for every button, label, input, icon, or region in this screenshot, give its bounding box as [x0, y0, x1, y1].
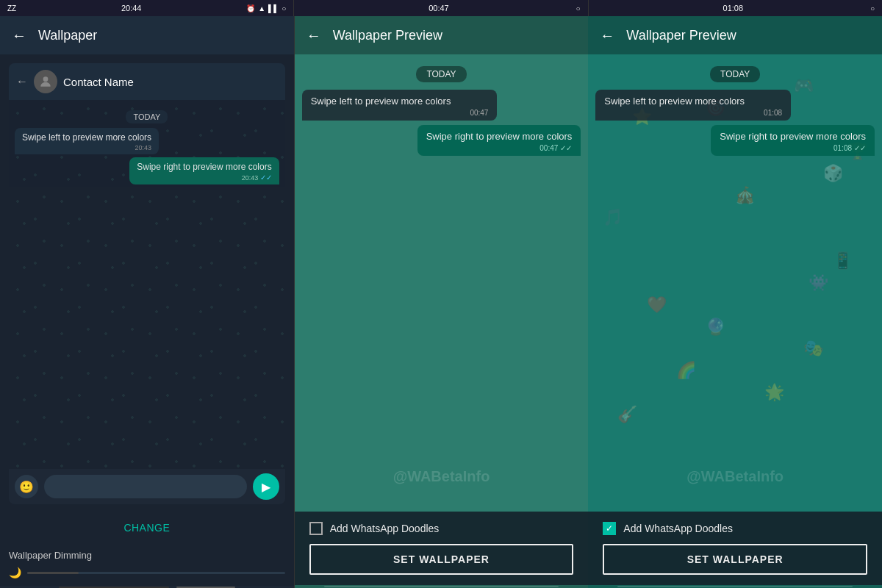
input-bar-preview: 🙂 ▶ — [9, 469, 285, 504]
panel-msg-time-2: 00:47 ✓✓ — [426, 144, 573, 152]
panel-msg-text-3: Swipe left to preview more colors — [604, 96, 745, 107]
status-bar-2: 00:47 ○ — [293, 0, 587, 16]
msg-time-1: 20:43 — [22, 144, 151, 151]
circle-icon: ○ — [282, 4, 286, 12]
circle-icon-3: ○ — [870, 4, 875, 12]
wallpaper-settings-panel: ← Wallpaper ← Contact Name — [0, 16, 295, 588]
messages-container: TODAY Swipe left to preview more colors … — [15, 106, 279, 187]
phone-preview: ← Contact Name TODAY — [9, 63, 285, 504]
status-right-3: ○ — [870, 4, 875, 12]
preview-doodle-appbar: ← Wallpaper Preview — [588, 16, 882, 54]
panel-sent-2: Swipe right to preview more colors 01:08… — [711, 125, 875, 156]
back-arrow-preview-plain[interactable]: ← — [306, 27, 321, 44]
doodles-checkbox-row-2: ✓ Add WhatsApp Doodles — [603, 522, 867, 535]
preview-plain-bottom-controls: Add WhatsApp Doodles SET WALLPAPER — [295, 512, 589, 585]
set-wallpaper-btn-1[interactable]: SET WALLPAPER — [309, 544, 574, 575]
emoji-button[interactable]: 🙂 — [15, 475, 38, 498]
time-3: 01:08 — [723, 4, 744, 12]
panel-msg-time-3: 01:08 — [604, 109, 782, 117]
received-msg-1: Swipe left to preview more colors 20:43 — [15, 128, 159, 154]
contact-avatar — [34, 70, 57, 93]
time-2: 00:47 — [429, 4, 449, 12]
doodles-checkbox-2[interactable]: ✓ — [603, 522, 616, 535]
doodles-label-2: Add WhatsApp Doodles — [623, 523, 733, 534]
dimming-section: Wallpaper Dimming 🌙 — [0, 542, 294, 586]
wifi-icon: ▲ — [258, 4, 265, 12]
msg-text-2: Swipe right to preview more colors — [137, 162, 271, 172]
chat-header-preview: ← Contact Name — [9, 63, 285, 100]
wallpaper-content: ← Contact Name TODAY — [0, 54, 294, 588]
dimming-slider[interactable] — [27, 572, 285, 574]
dimming-label: Wallpaper Dimming — [9, 550, 285, 561]
chat-area-preview: TODAY Swipe left to preview more colors … — [9, 100, 285, 469]
panel-date-chip-1: TODAY — [302, 66, 581, 82]
msg-text-1: Swipe left to preview more colors — [22, 132, 151, 143]
sent-msg-1: Swipe right to preview more colors 20:43… — [129, 157, 279, 184]
back-arrow-preview-doodle[interactable]: ← — [600, 27, 614, 44]
sleep-icon: ZZ — [7, 4, 16, 12]
status-right-2: ○ — [576, 4, 581, 12]
panel-msg-text-4: Swipe right to preview more colors — [720, 131, 866, 142]
panel-check-marks-1: ✓✓ — [560, 144, 572, 152]
dimming-slider-container: 🌙 — [9, 567, 285, 578]
wallpaper-title: Wallpaper — [38, 28, 97, 43]
preview-doodle-title: Wallpaper Preview — [626, 28, 736, 43]
scrollbar-2 — [295, 585, 589, 588]
doodles-checkbox-row-1: Add WhatsApp Doodles — [309, 522, 574, 535]
circle-icon-2: ○ — [576, 4, 581, 12]
preview-doodle-bottom-controls: ✓ Add WhatsApp Doodles SET WALLPAPER — [588, 512, 882, 585]
panel-msg-time-4: 01:08 ✓✓ — [720, 144, 866, 152]
status-left-1: ZZ — [7, 4, 16, 12]
set-wallpaper-btn-2[interactable]: SET WALLPAPER — [603, 544, 867, 575]
contact-name: Contact Name — [63, 76, 134, 88]
preview-doodle-chat: TODAY Swipe left to preview more colors … — [588, 54, 882, 512]
wallpaper-preview-doodle-panel: 🎮 ⭐ 🏆 🎵 📱 ❤️ 🎭 🌟 🎪 🎯 🎸 🎲 🔮 👾 🌈 ← Wallpap… — [588, 16, 882, 588]
panel-date-chip-2: TODAY — [595, 66, 875, 82]
preview-plain-appbar: ← Wallpaper Preview — [295, 16, 589, 54]
panel-received-2: Swipe left to preview more colors 01:08 — [595, 90, 791, 121]
scrollbar-3 — [588, 585, 882, 588]
send-button[interactable]: ▶ — [253, 473, 279, 500]
status-bars: ZZ 20:44 ⏰ ▲ ▌▌ ○ 00:47 ○ 01:08 ○ — [0, 0, 882, 16]
message-input-preview[interactable] — [44, 475, 247, 498]
preview-plain-chat: TODAY Swipe left to preview more colors … — [295, 54, 589, 512]
main-panels: ← Wallpaper ← Contact Name — [0, 16, 882, 588]
chat-back-icon[interactable]: ← — [16, 75, 28, 88]
doodles-label-1: Add WhatsApp Doodles — [330, 523, 440, 534]
preview-plain-title: Wallpaper Preview — [333, 28, 442, 43]
panel-received-1: Swipe left to preview more colors 00:47 — [302, 90, 498, 121]
signal-icon: ▌▌ — [268, 4, 279, 12]
status-bar-1: ZZ 20:44 ⏰ ▲ ▌▌ ○ — [0, 0, 293, 16]
panel-msg-time-1: 00:47 — [311, 109, 489, 117]
wallpaper-preview-plain-panel: ← Wallpaper Preview TODAY Swipe left to … — [295, 16, 589, 588]
moon-icon: 🌙 — [9, 567, 21, 578]
status-right-1: ⏰ ▲ ▌▌ ○ — [246, 4, 286, 12]
doodles-checkbox-1[interactable] — [309, 522, 323, 535]
back-arrow-wallpaper[interactable]: ← — [12, 27, 26, 44]
panel-check-marks-2: ✓✓ — [854, 144, 866, 152]
panel-sent-1: Swipe right to preview more colors 00:47… — [417, 125, 581, 156]
time-1: 20:44 — [121, 4, 142, 12]
status-bar-3: 01:08 ○ — [588, 0, 882, 16]
date-chip-preview: TODAY — [15, 110, 279, 123]
wallpaper-appbar: ← Wallpaper — [0, 16, 294, 54]
svg-point-0 — [43, 76, 49, 82]
alarm-icon: ⏰ — [246, 4, 255, 12]
change-button[interactable]: CHANGE — [0, 513, 294, 542]
msg-time-2: 20:43 ✓✓ — [137, 173, 271, 182]
panel-msg-text-2: Swipe right to preview more colors — [426, 131, 573, 142]
dimming-slider-fill — [27, 572, 79, 574]
panel-msg-text-1: Swipe left to preview more colors — [311, 96, 451, 107]
check-marks-1: ✓✓ — [260, 173, 272, 182]
